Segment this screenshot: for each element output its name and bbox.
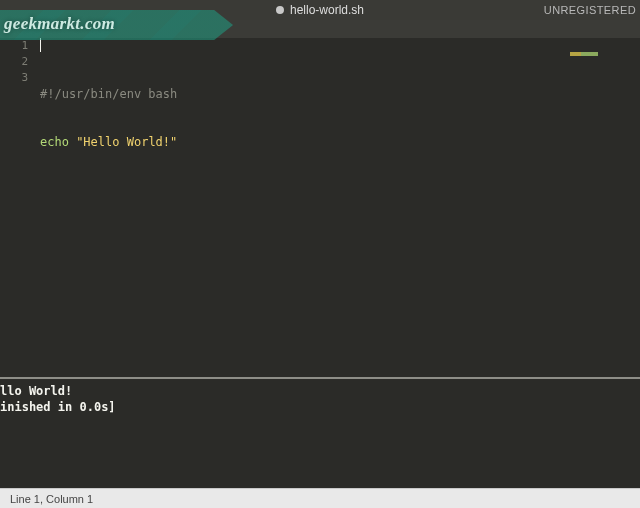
tab-dirty-dot-icon xyxy=(276,6,284,14)
editor-pane[interactable]: 1 2 3 #!/usr/bin/env bash echo "Hello Wo… xyxy=(0,38,640,375)
output-line: llo World! xyxy=(0,384,72,398)
code-line[interactable]: #!/usr/bin/env bash xyxy=(40,86,640,102)
string-literal: "Hello World!" xyxy=(76,135,177,149)
line-number: 3 xyxy=(0,70,28,86)
cursor-position-label[interactable]: Line 1, Column 1 xyxy=(10,493,93,505)
unregistered-label: UNREGISTERED xyxy=(544,4,636,16)
line-number-gutter: 1 2 3 xyxy=(0,38,40,375)
shebang-comment: #!/usr/bin/env bash xyxy=(40,87,177,101)
output-line: inished in 0.0s] xyxy=(0,400,116,414)
build-output-panel[interactable]: llo World! inished in 0.0s] xyxy=(0,379,640,488)
code-area[interactable]: #!/usr/bin/env bash echo "Hello World!" xyxy=(40,38,640,375)
tab-filename: hello-world.sh xyxy=(290,3,364,17)
text-cursor xyxy=(40,38,41,52)
line-number: 1 xyxy=(0,38,28,54)
active-tab[interactable]: hello-world.sh xyxy=(276,3,364,17)
minimap[interactable] xyxy=(570,52,598,56)
line-number: 2 xyxy=(0,54,28,70)
tab-bar: hello-world.sh UNREGISTERED xyxy=(0,0,640,20)
code-line[interactable] xyxy=(40,182,640,198)
gutter-band xyxy=(0,20,640,38)
code-line[interactable]: echo "Hello World!" xyxy=(40,134,640,150)
status-bar: Line 1, Column 1 xyxy=(0,488,640,508)
keyword-echo: echo xyxy=(40,135,69,149)
